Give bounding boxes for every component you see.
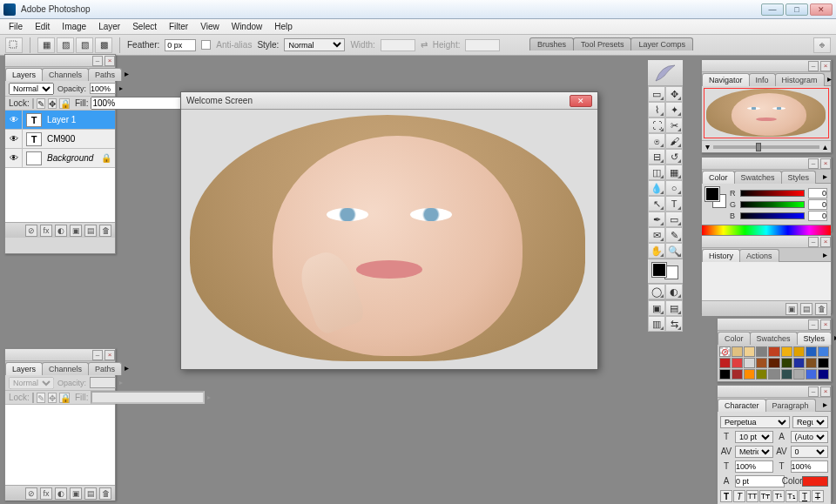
lock-position-button[interactable]: ✥	[48, 98, 57, 109]
g-input[interactable]	[808, 199, 827, 210]
type-tool[interactable]: T	[665, 196, 683, 212]
eraser-tool[interactable]: ◫	[648, 165, 665, 180]
style-swatch[interactable]	[793, 358, 805, 368]
panel-close-button[interactable]: ×	[820, 386, 831, 397]
gradient-tool[interactable]: ▦	[665, 165, 683, 180]
new-layer-button[interactable]: ▤	[84, 225, 97, 237]
screen-mode-2[interactable]: ▤	[665, 300, 683, 316]
panel-close-button[interactable]: ×	[820, 158, 831, 169]
lock-transparency-button[interactable]	[32, 98, 34, 109]
magic-wand-tool[interactable]: ✦	[665, 102, 683, 118]
lock-all-button[interactable]: 🔒	[59, 98, 70, 109]
tab-history[interactable]: History	[702, 249, 740, 262]
hand-tool[interactable]: ✋	[648, 243, 665, 259]
tab-actions[interactable]: Actions	[739, 249, 779, 262]
style-swatch[interactable]	[732, 346, 743, 357]
b-slider[interactable]	[740, 212, 805, 219]
style-swatch[interactable]	[781, 369, 792, 380]
tab-paths[interactable]: Paths	[88, 362, 122, 375]
style-swatch[interactable]	[806, 369, 817, 380]
panel-menu-button[interactable]: ▸	[819, 398, 831, 411]
zoom-out-button[interactable]: ▾	[705, 142, 710, 151]
style-swatch[interactable]	[781, 346, 792, 357]
visibility-toggle[interactable]: 👁	[5, 149, 23, 167]
menu-file[interactable]: File	[3, 20, 28, 33]
navigator-preview[interactable]	[702, 86, 831, 140]
healing-tool[interactable]: ⍟	[648, 133, 665, 149]
tab-info[interactable]: Info	[749, 73, 776, 86]
minimize-button[interactable]: ―	[761, 3, 784, 16]
welcome-titlebar[interactable]: Welcome Screen ✕	[181, 92, 597, 110]
style-swatch[interactable]	[756, 358, 767, 368]
style-swatch[interactable]	[793, 346, 805, 357]
blur-tool[interactable]: 💧	[648, 180, 665, 196]
tab-color[interactable]: Color	[718, 332, 751, 345]
menu-filter[interactable]: Filter	[164, 20, 193, 33]
zoom-slider[interactable]	[756, 143, 761, 151]
tracking-select[interactable]: 0	[791, 446, 829, 458]
tab-styles[interactable]: Styles	[797, 332, 833, 345]
link-layers-button[interactable]: ⊘	[25, 225, 37, 237]
tab-channels[interactable]: Channels	[42, 362, 89, 375]
blend-mode-select[interactable]: Normal	[9, 83, 54, 95]
panel-close-button[interactable]: ×	[820, 319, 831, 330]
layer-row[interactable]: 👁 T Layer 1	[5, 111, 115, 130]
menu-select[interactable]: Select	[127, 20, 162, 33]
panel-minimize-button[interactable]: –	[808, 158, 819, 169]
b-input[interactable]	[808, 211, 827, 221]
delete-layer-button[interactable]: 🗑	[99, 487, 111, 500]
panel-minimize-button[interactable]: –	[808, 61, 819, 71]
style-swatch[interactable]	[744, 369, 755, 380]
layer-name[interactable]: Background	[45, 153, 101, 163]
style-swatch[interactable]	[744, 358, 755, 368]
new-group-button[interactable]: ▣	[70, 487, 82, 500]
superscript-button[interactable]: T¹	[772, 490, 785, 502]
style-swatch[interactable]	[744, 346, 755, 357]
tab-swatches[interactable]: Swatches	[750, 332, 798, 345]
quickmask-mode-button[interactable]: ◐	[665, 284, 683, 299]
path-select-tool[interactable]: ↖	[648, 196, 665, 212]
delete-state-button[interactable]: 🗑	[815, 303, 827, 315]
vscale-input[interactable]	[735, 460, 773, 473]
antialias-checkbox[interactable]	[201, 40, 211, 50]
panel-minimize-button[interactable]: –	[808, 386, 819, 397]
fg-color-swatch[interactable]	[705, 187, 719, 201]
tab-layer-comps[interactable]: Layer Comps	[630, 37, 693, 50]
layer-name[interactable]: Layer 1	[45, 115, 115, 124]
move-tool[interactable]: ✥	[665, 86, 683, 102]
style-swatch[interactable]	[732, 358, 743, 368]
font-weight-select[interactable]: Regular	[792, 416, 828, 428]
style-swatch[interactable]	[781, 358, 792, 368]
tab-histogram[interactable]: Histogram	[775, 73, 825, 86]
tab-character[interactable]: Character	[718, 399, 766, 412]
style-swatch[interactable]	[818, 358, 829, 368]
r-input[interactable]	[808, 188, 827, 198]
menu-image[interactable]: Image	[57, 20, 91, 33]
style-swatch[interactable]	[768, 346, 779, 357]
tool-preset-picker[interactable]	[5, 37, 23, 53]
close-button[interactable]: ✕	[810, 3, 833, 16]
dodge-tool[interactable]: ○	[665, 180, 683, 196]
slice-tool[interactable]: ✂	[665, 118, 683, 133]
delete-layer-button[interactable]: 🗑	[99, 225, 111, 237]
font-family-select[interactable]: Perpetua	[720, 416, 790, 428]
zoom-tool[interactable]: 🔍	[665, 243, 683, 259]
brush-tool[interactable]: 🖌	[665, 133, 683, 149]
menu-layer[interactable]: Layer	[93, 20, 125, 33]
visibility-toggle[interactable]: 👁	[5, 111, 23, 129]
shape-tool[interactable]: ▭	[665, 212, 683, 227]
screen-mode-3[interactable]: ▥	[648, 316, 665, 332]
panel-minimize-button[interactable]: –	[92, 350, 103, 360]
stamp-tool[interactable]: ⊟	[648, 149, 665, 165]
layer-mask-button[interactable]: ◐	[55, 487, 67, 500]
tab-styles[interactable]: Styles	[781, 171, 817, 184]
style-swatch[interactable]	[806, 358, 817, 368]
style-select[interactable]: Normal	[284, 38, 345, 51]
style-swatch[interactable]	[818, 346, 829, 357]
tab-layers[interactable]: Layers	[5, 68, 43, 81]
hscale-input[interactable]	[791, 460, 829, 473]
panel-menu-button[interactable]: ▸	[819, 170, 831, 183]
eyedropper-tool[interactable]: ✎	[665, 227, 683, 243]
color-swatch-pair[interactable]	[705, 187, 726, 208]
jump-to-button[interactable]: ⇆	[665, 316, 683, 332]
